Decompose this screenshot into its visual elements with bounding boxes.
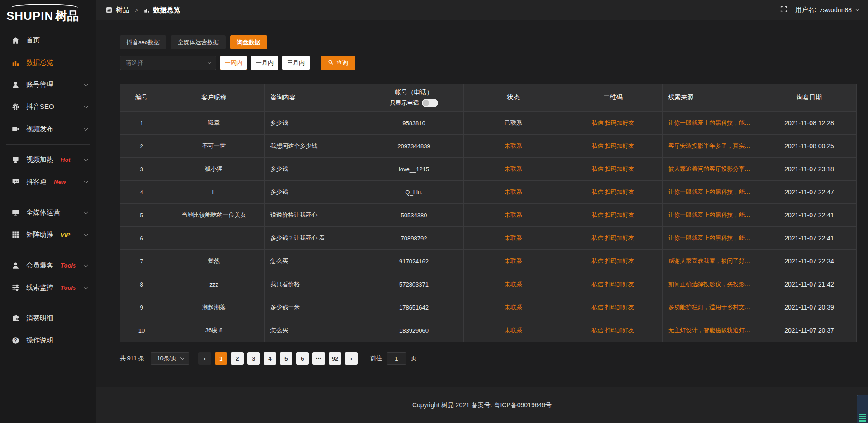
sidebar-item-label: 抖客通 <box>26 178 47 186</box>
phone-only-toggle[interactable] <box>422 99 438 107</box>
cell-source-link[interactable]: 被大家追着问的客厅投影分享… <box>663 158 762 180</box>
corner-widget[interactable] <box>857 395 868 423</box>
sidebar-item-data-overview[interactable]: 数据总览 <box>0 52 96 74</box>
data-tabs: 抖音seo数据 全媒体运营数据 询盘数据 <box>120 35 857 49</box>
sidebar-item-label: 视频加热 <box>26 155 53 164</box>
cell-qrcode-link[interactable]: 私信 扫码加好友 <box>563 112 663 134</box>
page-size-select[interactable]: 10条/页 <box>151 352 189 365</box>
page-button-2[interactable]: 2 <box>231 352 244 365</box>
main-content: 抖音seo数据 全媒体运营数据 询盘数据 请选择 一周内 一月内 三月内 查询 … <box>96 20 868 365</box>
cell-source-link[interactable]: 让你一眼就爱上的黑科技，能… <box>663 112 762 134</box>
cell-qrcode-link[interactable]: 私信 扫码加好友 <box>563 204 663 226</box>
sidebar-item-label: 视频发布 <box>26 125 53 133</box>
fullscreen-icon[interactable] <box>780 6 787 14</box>
cell-qrcode-link[interactable]: 私信 扫码加好友 <box>563 181 663 203</box>
chevron-down-icon <box>84 263 88 267</box>
goto-page-input[interactable] <box>387 352 406 365</box>
cell-source-link[interactable]: 让你一眼就爱上的黑科技，能… <box>663 227 762 249</box>
breadcrumb-root[interactable]: 树品 <box>116 6 129 14</box>
filter-bar: 请选择 一周内 一月内 三月内 查询 <box>120 56 857 70</box>
sidebar-item-member-baoke[interactable]: 会员爆客 Tools <box>0 254 96 277</box>
cell-source-link[interactable]: 让你一眼就爱上的黑科技，能… <box>663 204 762 226</box>
menu-divider <box>6 303 90 303</box>
cell-date: 2021-11-07 22:47 <box>762 181 856 203</box>
cell-account: 2097344839 <box>364 135 464 157</box>
page-button-5[interactable]: 5 <box>280 352 292 365</box>
page-button-6[interactable]: 6 <box>296 352 309 365</box>
prev-page-button[interactable]: ‹ <box>198 352 211 365</box>
breadcrumb-separator: > <box>135 7 138 14</box>
cell-qrcode-link[interactable]: 私信 扫码加好友 <box>563 227 663 249</box>
cell-source-link[interactable]: 如何正确选择投影仪，买投影… <box>663 273 762 296</box>
cell-source-link[interactable]: 无主灯设计，智能磁吸轨道灯… <box>663 319 762 342</box>
period-button-quarter[interactable]: 三月内 <box>282 56 310 70</box>
chevron-down-icon <box>84 104 88 108</box>
cell-status: 未联系 <box>464 181 563 203</box>
cell-account: Q_Liu. <box>364 181 464 203</box>
cell-source-link[interactable]: 感谢大家喜欢我家，被问了好… <box>663 250 762 273</box>
sidebar-item-lead-monitor[interactable]: 线索监控 Tools <box>0 277 96 299</box>
column-header-source: 线索来源 <box>663 84 762 111</box>
page-button-3[interactable]: 3 <box>247 352 260 365</box>
sidebar-item-help[interactable]: ? 操作说明 <box>0 329 96 352</box>
grid-icon <box>12 231 19 239</box>
filter-select-placeholder: 请选择 <box>126 59 143 67</box>
table-row: 3 狐小狸 多少钱 love__1215 未联系 私信 扫码加好友 被大家追着问… <box>120 157 856 180</box>
sidebar-item-omni-media[interactable]: 全媒体运营 <box>0 202 96 224</box>
cell-status: 未联系 <box>464 273 563 296</box>
search-button-label: 查询 <box>336 59 348 67</box>
search-button[interactable]: 查询 <box>321 56 355 70</box>
cell-id: 6 <box>120 227 163 249</box>
sidebar-item-home[interactable]: 首页 <box>0 29 96 52</box>
cell-qrcode-link[interactable]: 私信 扫码加好友 <box>563 296 663 319</box>
column-header-qrcode: 二维码 <box>563 84 663 111</box>
user-menu[interactable]: 用户名: zswodun88 <box>795 6 858 14</box>
cell-account: 9583810 <box>364 112 464 134</box>
cell-nickname: 狐小狸 <box>163 158 265 180</box>
goto-unit: 页 <box>411 354 417 362</box>
logo-arc <box>11 4 78 8</box>
more-pages-button[interactable]: ••• <box>312 352 325 365</box>
cell-qrcode-link[interactable]: 私信 扫码加好友 <box>563 158 663 180</box>
chevron-down-icon <box>84 210 88 214</box>
goto-page: 前往 页 <box>370 352 417 365</box>
page-button-92[interactable]: 92 <box>329 352 341 365</box>
cell-source-link[interactable]: 让你一眼就爱上的黑科技，能… <box>663 181 762 203</box>
tab-douyin-seo-data[interactable]: 抖音seo数据 <box>120 35 166 49</box>
column-header-status: 状态 <box>464 84 563 111</box>
chevron-down-icon <box>855 7 859 11</box>
sidebar-item-account-mgmt[interactable]: 账号管理 <box>0 74 96 96</box>
sidebar-item-matrix-boost[interactable]: 矩阵助推 VIP <box>0 224 96 246</box>
sliders-icon <box>12 284 19 291</box>
page-button-4[interactable]: 4 <box>264 352 276 365</box>
cell-qrcode-link[interactable]: 私信 扫码加好友 <box>563 319 663 342</box>
tab-omni-media-data[interactable]: 全媒体运营数据 <box>171 35 226 49</box>
gear-icon <box>12 103 19 111</box>
chat-bubble-icon <box>12 178 19 186</box>
sidebar-item-video-publish[interactable]: 视频发布 <box>0 118 96 140</box>
cell-qrcode-link[interactable]: 私信 扫码加好友 <box>563 135 663 157</box>
phone-only-row: 只显示电话 <box>390 99 438 107</box>
filter-select[interactable]: 请选择 <box>120 56 216 70</box>
logo-text: SHUPIN树品 <box>5 8 91 24</box>
tab-inquiry-data[interactable]: 询盘数据 <box>230 35 267 49</box>
logo-cn: 树品 <box>55 9 79 23</box>
cell-source-link[interactable]: 客厅安装投影半年多了，真实… <box>663 135 762 157</box>
period-button-week[interactable]: 一周内 <box>220 56 247 70</box>
cell-content: 多少钱？让我死心 看 <box>265 227 364 249</box>
table-row: 7 觉然 怎么买 917024162 未联系 私信 扫码加好友 感谢大家喜欢我家… <box>120 249 856 273</box>
sidebar-item-douyin-seo[interactable]: 抖音SEO <box>0 96 96 118</box>
sidebar-item-spend-detail[interactable]: 消费明细 <box>0 307 96 329</box>
cell-qrcode-link[interactable]: 私信 扫码加好友 <box>563 250 663 273</box>
period-button-month[interactable]: 一月内 <box>251 56 278 70</box>
column-header-nickname: 客户昵称 <box>163 84 265 111</box>
sidebar-item-video-heat[interactable]: 视频加热 Hot <box>0 149 96 171</box>
cell-status: 未联系 <box>464 296 563 319</box>
page-button-1[interactable]: 1 <box>215 352 227 365</box>
sidebar-item-label: 操作说明 <box>26 336 53 345</box>
chevron-down-icon <box>84 82 88 86</box>
next-page-button[interactable]: › <box>345 352 358 365</box>
cell-qrcode-link[interactable]: 私信 扫码加好友 <box>563 273 663 296</box>
cell-source-link[interactable]: 多功能护栏灯，适用于乡村文… <box>663 296 762 319</box>
sidebar-item-douketong[interactable]: 抖客通 New <box>0 171 96 193</box>
